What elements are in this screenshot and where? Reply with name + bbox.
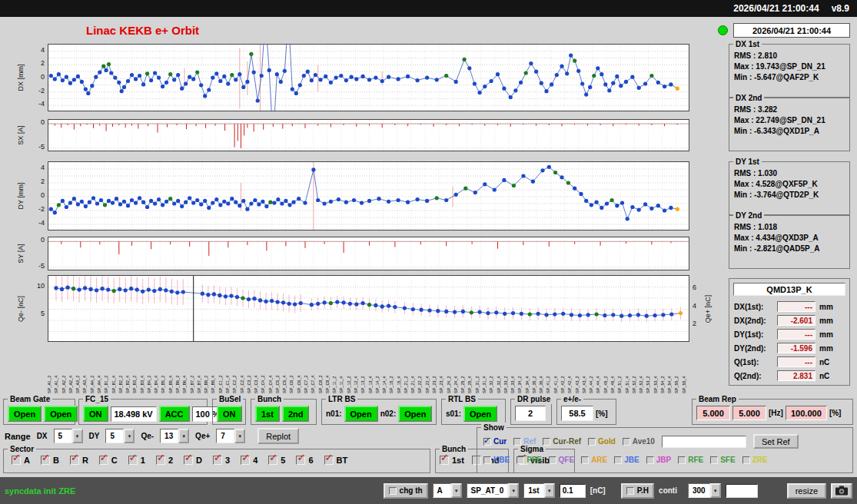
show-kbe-checkbox[interactable]: KBE [483, 456, 510, 464]
show-jbe-checkbox[interactable]: JBE [614, 456, 639, 464]
bpm-row-label: DX(2nd): [734, 317, 777, 325]
show-gold-checkbox[interactable]: Gold [588, 437, 616, 446]
range-qem-dropdown[interactable]: 13▼ [160, 429, 189, 443]
count-input[interactable] [726, 484, 758, 498]
camera-button[interactable] [831, 483, 852, 499]
stat-min: Min : -6.343@QXD1P_A [734, 127, 845, 135]
bpm-label: SP_45_2 [604, 344, 609, 393]
checkbox [588, 438, 596, 446]
bpm-label: SP_35_2 [533, 344, 537, 393]
sector-item-d[interactable]: ✓D [184, 456, 202, 465]
chevron-down-icon: ▼ [451, 483, 462, 498]
bunch-1st-checkbox[interactable]: ✓1st [440, 456, 464, 465]
bpm-label: SP_C5_2 [276, 344, 281, 393]
bpm-name-box[interactable]: QMD13P_K [733, 283, 845, 296]
bunch-1st-button[interactable]: 1st [255, 406, 280, 422]
set-ref-button[interactable]: Set Ref [753, 434, 799, 449]
stat-max: Max : 22.749@SP_DN_21 [734, 116, 845, 124]
replot-button[interactable]: Replot [257, 428, 299, 444]
threshold-input[interactable] [560, 484, 586, 498]
dr-pulse-label: DR pulse [515, 394, 553, 404]
range-dx-dropdown[interactable]: 5▼ [54, 429, 83, 443]
bpm-select-dropdown[interactable]: SP_AT_0▼ [467, 483, 520, 498]
chg-th-checkbox[interactable]: chg th [384, 483, 428, 499]
show-rfe-checkbox[interactable]: RFE [678, 456, 703, 464]
sector-item-r[interactable]: ✓R [70, 456, 88, 465]
ltr-n01-open-button[interactable]: Open [344, 406, 378, 422]
beam-gate-group: Beam Gate Open Open [3, 399, 75, 425]
bpm-label: SP_B8_4 [211, 344, 216, 393]
ph-checkbox[interactable]: P.H [621, 483, 654, 499]
bpm-row-label: Q(2nd): [734, 372, 777, 380]
chart-dy[interactable] [48, 161, 689, 230]
sector-item-b[interactable]: ✓B [41, 456, 59, 465]
range-qep-dropdown[interactable]: 7▼ [216, 429, 245, 443]
show-ave10-checkbox[interactable]: Ave10 [623, 437, 655, 446]
bpm-label-strip[interactable]: SP_A1_2SP_A1_4SP_A2_2SP_A2_4SP_A3_2SP_A3… [48, 344, 689, 393]
axis-label: 6 [693, 284, 709, 291]
sector-item-c[interactable]: ✓C [99, 456, 118, 465]
show-cur-ref-checkbox[interactable]: Cur-Ref [543, 437, 581, 446]
sector-item-6[interactable]: ✓6 [296, 456, 313, 465]
bpm-label: SP_53_2 [646, 344, 651, 393]
beam-gate-open-2-button[interactable]: Open [44, 406, 78, 422]
chevron-down-icon: ▼ [544, 483, 555, 498]
ltr-n02-open-button[interactable]: Open [398, 406, 432, 422]
sector-item-bt[interactable]: ✓BT [324, 456, 348, 465]
fc15-on-button[interactable]: ON [83, 406, 108, 422]
show-jbp-checkbox[interactable]: JBP [646, 456, 671, 464]
beam-rep-value-3: 100.000 [786, 406, 827, 420]
sector-item-3[interactable]: ✓3 [213, 456, 230, 465]
threshold-mode-dropdown[interactable]: A▼ [433, 483, 462, 498]
chevron-down-icon: ▼ [234, 429, 245, 443]
checkbox [543, 438, 550, 446]
bpm-label: SP_34_4 [526, 344, 530, 393]
beam-rep-group: Beam Rep 5.000 5.000 [Hz] 100.000 [%] [692, 399, 853, 425]
checkbox [678, 456, 686, 464]
show-ref-checkbox[interactable]: Ref [513, 437, 536, 446]
chart-qe[interactable] [48, 275, 689, 342]
range-dy-dropdown[interactable]: 5▼ [105, 429, 135, 443]
bunch-2nd-button[interactable]: 2nd [282, 406, 310, 422]
beam-gate-open-1-button[interactable]: Open [8, 406, 42, 422]
status-message: syncdata init ZRE [5, 486, 75, 496]
show-sfe-checkbox[interactable]: SFE [710, 456, 735, 464]
bunch-select-dropdown[interactable]: 1st▼ [523, 483, 554, 498]
bpm-label: SP_C8_4 [326, 344, 331, 393]
bpm-label: SP_A4_2 [91, 344, 95, 393]
rtl-s01-open-button[interactable]: Open [463, 406, 497, 422]
top-datetime: 2026/04/21 21:00:44 [733, 3, 819, 14]
range-dy-label: DY [89, 432, 100, 440]
sector-item-2[interactable]: ✓2 [156, 456, 173, 465]
show-zre-checkbox[interactable]: ZRE [742, 456, 768, 464]
sector-item-a[interactable]: ✓A [12, 456, 30, 465]
sector-item-1[interactable]: ✓1 [128, 456, 145, 465]
busel-on-button[interactable]: ON [217, 406, 242, 422]
chart-sy[interactable] [48, 237, 689, 270]
bpm-row-value: -2.601 [777, 315, 815, 326]
bpm-label: SP_B4_2 [148, 344, 152, 393]
show-pfe-checkbox[interactable]: PFE [517, 456, 541, 464]
fc15-acc-button[interactable]: ACC [159, 406, 190, 422]
show-cur-checkbox[interactable]: ✓Cur [483, 437, 507, 446]
chart-dx[interactable] [48, 44, 689, 111]
bpm-row-label: Q(1st): [734, 358, 777, 366]
checkbox: ✓ [12, 456, 21, 465]
checkbox: ✓ [156, 456, 165, 465]
conti-label[interactable]: conti [659, 486, 677, 495]
bpm-label: SP_C4_4 [269, 344, 274, 393]
sector-item-5[interactable]: ✓5 [268, 456, 285, 465]
resize-button[interactable]: resize [787, 483, 826, 499]
checkbox: ✓ [241, 456, 250, 465]
bpm-row: Q(2nd): 2.831 nC [734, 370, 846, 382]
bpm-row: DX(1st): --- mm [734, 300, 846, 313]
bpm-label: SP_54_4 [668, 344, 673, 393]
sector-item-4[interactable]: ✓4 [241, 456, 257, 465]
chart-sx[interactable] [48, 119, 689, 151]
show-are-checkbox[interactable]: ARE [581, 456, 607, 464]
busel-label: BuSel [217, 394, 243, 404]
set-ref-input[interactable] [662, 436, 746, 448]
show-qfe-checkbox[interactable]: QFE [549, 456, 575, 464]
count-dropdown[interactable]: 300▼ [688, 483, 721, 498]
eplus-eminus-value: 58.5 [561, 406, 593, 421]
